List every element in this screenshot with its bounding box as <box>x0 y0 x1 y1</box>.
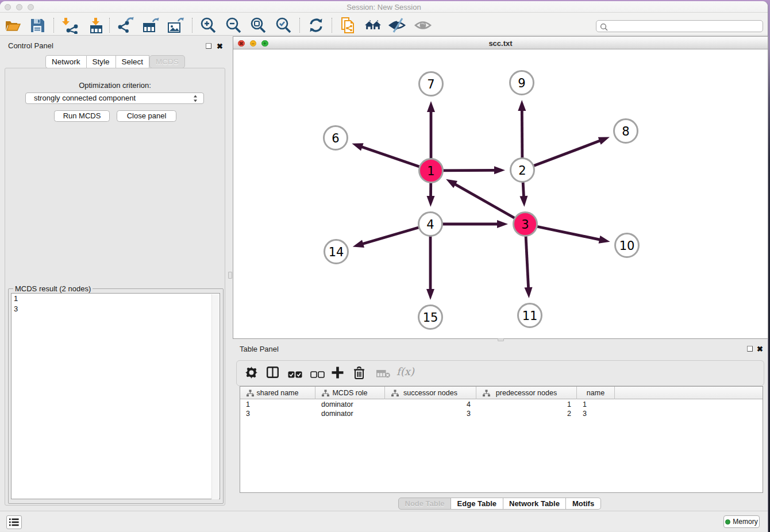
column-header-shared-name[interactable]: shared name <box>240 387 315 399</box>
function-builder-icon[interactable]: f(x) <box>396 365 414 377</box>
edge-arrow-3-11 <box>525 287 533 298</box>
show-graphics-details-icon[interactable] <box>414 17 432 34</box>
unselect-all-columns-icon[interactable] <box>310 370 325 380</box>
graph-node-label-4: 4 <box>426 218 434 232</box>
edge-arrow-1-4 <box>427 196 435 207</box>
select-all-columns-icon[interactable] <box>288 370 302 380</box>
table-settings-icon[interactable] <box>245 367 257 381</box>
import-table-icon[interactable] <box>87 17 104 34</box>
mcds-result-item[interactable]: 1 <box>11 294 220 304</box>
export-table-icon[interactable] <box>142 17 159 34</box>
memory-label: Memory <box>733 518 757 526</box>
edge-arrow-3-1 <box>446 179 457 188</box>
column-header-label: MCDS role <box>315 389 384 397</box>
node-table: shared nameMCDS rolesuccessor nodesprede… <box>240 386 763 493</box>
criterion-dropdown[interactable]: strongly connected component <box>25 92 204 104</box>
table-panel-float-button[interactable] <box>747 346 753 352</box>
result-scrollbar[interactable] <box>211 294 219 499</box>
table-row-1[interactable]: 1dominator411 <box>240 400 763 409</box>
toolbar-separator <box>192 18 192 33</box>
memory-button[interactable]: Memory <box>723 515 760 528</box>
tab-edge-table[interactable]: Edge Table <box>451 498 503 510</box>
table-panel-tabs: Node TableEdge TableNetwork TableMotifs <box>398 498 601 510</box>
edge-arrow-3-10 <box>599 236 610 244</box>
export-network-icon[interactable] <box>117 17 134 34</box>
list-icon <box>9 518 19 526</box>
toolbar-separator <box>109 18 110 33</box>
tab-node-table[interactable]: Node Table <box>398 498 451 510</box>
graph-node-label-3: 3 <box>521 218 529 232</box>
control-panel-float-button[interactable] <box>206 43 211 49</box>
graph-node-label-11: 11 <box>522 309 538 323</box>
search-input[interactable] <box>609 21 759 32</box>
table-panel-close-button[interactable]: ✖ <box>757 346 763 353</box>
hide-graphics-details-icon[interactable] <box>388 17 406 34</box>
window-title: Session: New Session <box>0 3 768 11</box>
control-panel-title: Control Panel <box>8 41 53 50</box>
tab-motifs[interactable]: Motifs <box>566 498 600 510</box>
panel-list-button[interactable] <box>6 515 22 529</box>
mcds-result-group: MCDS result (2 nodes) 13 <box>8 288 224 504</box>
graph-node-label-9: 9 <box>518 76 525 90</box>
table-panel-title: Table Panel <box>240 345 279 353</box>
app-window: Session: New Session <box>0 1 768 532</box>
graph-node-label-15: 15 <box>423 311 438 325</box>
mcds-result-item[interactable]: 3 <box>11 304 220 314</box>
tab-network-table[interactable]: Network Table <box>503 498 567 510</box>
column-header-label: predecessor nodes <box>476 389 576 397</box>
edge-arrow-2-3 <box>519 196 528 207</box>
graph-node-label-6: 6 <box>332 132 339 145</box>
network-canvas[interactable]: 7968124314101511 <box>233 50 768 338</box>
control-panel-tabs: NetworkStyleSelectMCDS <box>45 55 185 68</box>
tab-network[interactable]: Network <box>45 55 87 68</box>
toolbar-separator <box>332 18 332 33</box>
column-header-name[interactable]: name <box>577 387 615 399</box>
create-column-icon[interactable] <box>332 367 344 381</box>
column-header-MCDS-role[interactable]: MCDS role <box>315 387 385 399</box>
close-panel-button[interactable]: Close panel <box>117 110 176 122</box>
mcds-result-list[interactable]: 13 <box>11 293 220 499</box>
show-column-icon[interactable] <box>267 367 279 380</box>
edge-arrow-4-3 <box>497 220 508 228</box>
edge-arrow-4-14 <box>353 240 364 248</box>
column-header-predecessor-nodes[interactable]: predecessor nodes <box>476 387 577 399</box>
zoom-fit-icon[interactable] <box>249 17 267 34</box>
clone-network-icon[interactable] <box>340 17 357 34</box>
tab-select[interactable]: Select <box>116 55 150 68</box>
tab-style[interactable]: Style <box>87 55 116 68</box>
cell: 1 <box>482 400 571 409</box>
delete-column-icon[interactable] <box>353 367 365 381</box>
import-network-icon[interactable] <box>61 17 79 34</box>
home-icon[interactable] <box>364 17 382 34</box>
vertical-split-grip[interactable] <box>228 272 232 279</box>
cell: 3 <box>583 409 609 418</box>
edge-arrow-1-6 <box>352 143 363 151</box>
control-panel-close-button[interactable]: ✖ <box>217 43 223 50</box>
control-panel-content: Optimization criterion: strongly connect… <box>5 68 225 506</box>
edge-arrow-2-8 <box>598 137 610 145</box>
zoom-selected-icon[interactable] <box>275 17 292 34</box>
mcds-result-label: MCDS result (2 nodes) <box>13 284 93 293</box>
column-header-label: successor nodes <box>385 389 476 397</box>
tab-mcds[interactable]: MCDS <box>149 55 185 68</box>
edge-arrow-4-15 <box>426 289 434 300</box>
column-header-successor-nodes[interactable]: successor nodes <box>385 387 476 399</box>
status-bar: Memory <box>0 511 768 531</box>
edge-arrow-2-9 <box>518 100 526 111</box>
memory-status-icon <box>725 519 730 525</box>
export-image-icon[interactable] <box>167 17 184 34</box>
table-toolbar: f(x) <box>236 360 764 386</box>
graph-node-label-10: 10 <box>619 239 635 253</box>
zoom-out-icon[interactable] <box>225 17 242 34</box>
open-session-icon[interactable] <box>4 17 21 34</box>
delete-table-icon[interactable] <box>376 370 390 380</box>
cell: 3 <box>246 409 310 418</box>
zoom-in-icon[interactable] <box>199 17 217 34</box>
save-session-icon[interactable] <box>29 17 46 34</box>
run-mcds-button[interactable]: Run MCDS <box>54 110 110 122</box>
horizontal-split-grip[interactable] <box>498 338 504 341</box>
cell: dominator <box>321 400 379 409</box>
table-row-3[interactable]: 3dominator323 <box>240 409 763 418</box>
refresh-icon[interactable] <box>307 17 325 34</box>
network-window: ✖ − + scc.txt 7968124314101511 <box>233 36 768 339</box>
